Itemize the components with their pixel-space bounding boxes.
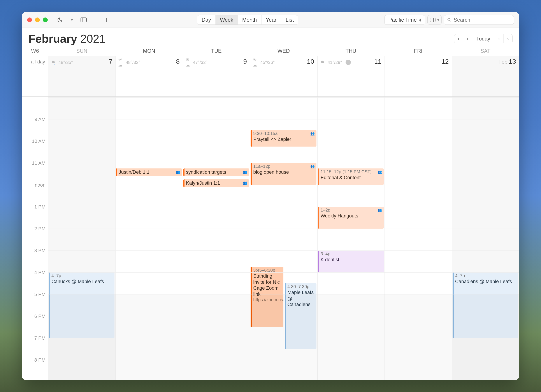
attendees-icon: 👥 [378, 208, 382, 212]
attendees-icon: 👥 [243, 170, 247, 174]
month-header: February 2021 ‹ ‹ Today › › [22, 28, 519, 47]
svg-line-7 [450, 20, 451, 21]
event-time: 4–7p [455, 273, 516, 279]
allday-mon[interactable]: 8 ☀︎☁︎ 48°/32° [115, 56, 182, 97]
search-field[interactable] [444, 15, 514, 25]
rain-icon [320, 60, 326, 65]
hour-label: 5 PM [34, 292, 46, 297]
panel-toggle[interactable]: ▾ [427, 15, 442, 25]
attendees-icon: 👥 [176, 170, 180, 174]
next[interactable]: › [495, 34, 504, 43]
partly-cloudy-icon: ☀︎☁︎ [253, 60, 259, 65]
sidebar-toggle-icon[interactable] [79, 15, 88, 25]
now-indicator [48, 231, 519, 231]
toolbar: ▾ Day Week Month Year List Pacific Time … [22, 12, 519, 28]
week-nav: ‹ ‹ Today › › [454, 34, 513, 43]
date-num: 11 [374, 58, 381, 65]
svg-rect-4 [430, 18, 435, 22]
date-num: Feb13 [498, 58, 516, 65]
hour-label: 2 PM [34, 226, 46, 232]
event-title: K dentist [321, 257, 382, 263]
hour-label: 4 PM [34, 270, 46, 275]
hour-label: 6 PM [34, 314, 46, 319]
allday-sun[interactable]: 7 48°/35° [48, 56, 115, 97]
month-title: February 2021 [28, 32, 106, 45]
time-grid: 9 AM10 AM11 AMnoon1 PM2 PM3 PM4 PM5 PM6 … [22, 97, 519, 380]
search-input[interactable] [454, 17, 510, 23]
time-gutter: 9 AM10 AM11 AMnoon1 PM2 PM3 PM4 PM5 PM6 … [22, 97, 48, 380]
event-time: 3–4p [321, 251, 382, 257]
hour-label: noon [35, 182, 46, 188]
prev[interactable]: ‹ [463, 34, 472, 43]
date-num: 8 [176, 58, 180, 65]
timezone-select[interactable]: Pacific Time ▴▾ [384, 15, 425, 25]
appearance-moon-icon[interactable] [55, 15, 65, 25]
view-day[interactable]: Day [197, 15, 216, 25]
timezone-label: Pacific Time [389, 17, 417, 23]
updown-icon: ▴▾ [419, 18, 421, 22]
event[interactable]: syndication targets👥 [183, 168, 249, 176]
day-names-row: W6 SUN MON TUE WED THU FRI SAT [22, 47, 519, 56]
allday-tue[interactable]: 9 ☀︎☁︎ 47°/32° [183, 56, 250, 97]
window-controls [27, 17, 48, 22]
partly-cloudy-icon: ☀︎☁︎ [186, 60, 191, 65]
hour-label: 10 AM [32, 139, 46, 144]
month-name: February [28, 32, 77, 45]
event[interactable]: 11:15–12p (1:15 PM CST)Editorial & Conte… [318, 168, 384, 185]
allday-thu[interactable]: 11 41°/29° [317, 56, 385, 97]
allday-wed[interactable]: 10 ☀︎☁︎ 45°/36° [250, 56, 317, 97]
event[interactable]: 1–2pWeekly Hangouts👥 [318, 207, 384, 229]
event-time: 11a–12p [253, 164, 314, 169]
event-time: 4:30–7:30p [287, 284, 314, 289]
event[interactable]: Kalyn/Justin 1:1👥 [183, 179, 249, 187]
attendees-icon: 👥 [310, 131, 315, 136]
event-time: 1–2p [321, 207, 382, 213]
prev-major[interactable]: ‹ [454, 34, 463, 43]
all-day-row: all-day 7 48°/35° 8 ☀︎☁︎ 48°/32° 9 ☀︎☁︎ … [22, 56, 519, 97]
next-major[interactable]: › [504, 34, 512, 43]
weather: ☀︎☁︎ 47°/32° [186, 60, 247, 65]
chevron-down-icon[interactable]: ▾ [67, 15, 77, 25]
hour-label: 11 AM [32, 160, 46, 166]
close-window[interactable] [27, 17, 32, 22]
year: 2021 [80, 32, 106, 45]
search-icon [447, 17, 452, 22]
view-list[interactable]: List [281, 15, 298, 25]
event[interactable]: Justin/Deb 1:1👥 [116, 168, 182, 176]
event-time: 11:15–12p (1:15 PM CST) [321, 169, 382, 175]
event[interactable]: 11a–12pblog open house👥 [251, 163, 316, 185]
event-title: Kalyn/Justin 1:1 [186, 180, 247, 186]
event-title: Canadiens @ Maple Leafs [455, 279, 516, 285]
event-time: 4–7p [52, 273, 113, 279]
event[interactable]: 3–4pK dentist [318, 250, 384, 272]
view-week[interactable]: Week [216, 15, 238, 25]
partly-cloudy-icon: ☀︎☁︎ [118, 60, 124, 65]
weather: 48°/35° [51, 60, 113, 65]
weather: ☀︎☁︎ 45°/36° [253, 60, 314, 65]
view-segmented-control: Day Week Month Year List [197, 15, 298, 25]
allday-sat[interactable]: Feb13 [452, 56, 519, 97]
view-month[interactable]: Month [238, 15, 261, 25]
week-number: W6 [22, 48, 48, 54]
date-num: 9 [243, 58, 247, 65]
minimize-window[interactable] [35, 17, 40, 22]
svg-point-6 [447, 18, 450, 21]
calendar-window: ▾ Day Week Month Year List Pacific Time … [22, 12, 519, 380]
date-num: 10 [307, 58, 314, 65]
view-year[interactable]: Year [261, 15, 281, 25]
dayname-sat: SAT [452, 48, 519, 54]
allday-fri[interactable]: 12 [385, 56, 452, 97]
today-button[interactable]: Today [472, 34, 495, 43]
event-title: Standing invite for Nic Cage Zoom link [253, 273, 282, 297]
event[interactable]: 9:30–10:15aPraytell <> Zapier👥 [251, 130, 316, 147]
zoom-window[interactable] [43, 17, 48, 22]
event-title: Editorial & Content [321, 175, 382, 181]
date-num: 7 [109, 58, 113, 65]
event-time: 9:30–10:15a [253, 131, 314, 136]
hour-label: 7 PM [34, 335, 46, 341]
hour-label: 1 PM [34, 204, 46, 210]
all-day-label: all-day [22, 56, 48, 97]
event-title: Praytell <> Zapier [253, 136, 314, 142]
add-event-button[interactable] [102, 15, 111, 25]
dayname-thu: THU [317, 48, 385, 54]
